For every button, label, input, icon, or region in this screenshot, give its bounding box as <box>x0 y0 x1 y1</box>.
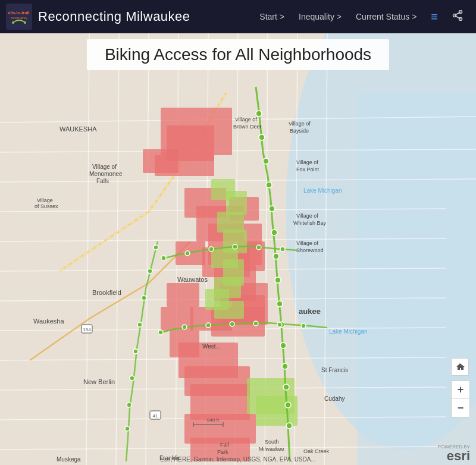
svg-text:Lake Michigan: Lake Michigan <box>329 328 367 335</box>
svg-point-101 <box>133 349 138 354</box>
svg-point-80 <box>282 363 288 369</box>
map-title: Biking Access for All Neighborhoods <box>105 45 371 64</box>
svg-text:New Berlin: New Berlin <box>83 378 115 385</box>
svg-text:Brown Deer: Brown Deer <box>233 124 262 130</box>
svg-point-89 <box>277 322 282 327</box>
esri-brand: esri <box>447 450 470 463</box>
svg-text:Waukesha: Waukesha <box>33 318 64 325</box>
nav-inequality[interactable]: Inequality > <box>292 7 349 26</box>
svg-text:Village of: Village of <box>235 117 257 122</box>
svg-text:Park: Park <box>217 449 228 455</box>
svg-point-74 <box>271 230 277 235</box>
svg-text:164: 164 <box>83 327 91 332</box>
svg-point-94 <box>233 244 237 249</box>
svg-rect-54 <box>176 241 205 265</box>
svg-text:Milwaukee: Milwaukee <box>259 446 284 452</box>
svg-point-4 <box>24 21 26 24</box>
svg-point-97 <box>154 245 158 250</box>
svg-point-92 <box>185 251 190 256</box>
svg-point-76 <box>275 277 281 283</box>
svg-rect-55 <box>167 283 199 307</box>
svg-point-85 <box>182 325 187 329</box>
svg-point-75 <box>273 253 279 259</box>
map-title-overlay: Biking Access for All Neighborhoods <box>87 39 389 70</box>
svg-point-71 <box>263 158 269 164</box>
svg-point-93 <box>209 247 214 252</box>
svg-point-70 <box>259 134 265 140</box>
zoom-out-button[interactable]: − <box>452 399 469 417</box>
map-background: WAUKESHA Village of Menomonee Falls Vill… <box>0 33 476 465</box>
svg-text:Cudahy: Cudahy <box>324 395 345 402</box>
map-attribution: Esri, HERE, Garmin, Intermap, USGS, NGA,… <box>0 456 476 463</box>
map-container[interactable]: WAUKESHA Village of Menomonee Falls Vill… <box>0 33 476 465</box>
svg-text:Fall: Fall <box>220 442 229 448</box>
zoom-buttons: + − <box>451 381 470 417</box>
svg-rect-66 <box>214 301 244 319</box>
svg-text:840 ft: 840 ft <box>207 417 220 423</box>
svg-text:conservancy: conservancy <box>11 16 28 20</box>
svg-point-82 <box>285 402 291 408</box>
svg-point-100 <box>137 322 142 327</box>
svg-point-103 <box>127 403 131 407</box>
svg-text:Lake Michigan: Lake Michigan <box>303 187 342 194</box>
svg-text:Village of: Village of <box>92 164 117 170</box>
svg-point-99 <box>142 296 146 300</box>
svg-point-79 <box>280 343 286 348</box>
svg-text:Falls: Falls <box>96 178 109 184</box>
svg-text:Village: Village <box>37 197 53 203</box>
svg-rect-60 <box>217 212 244 232</box>
svg-point-88 <box>253 321 258 326</box>
svg-point-84 <box>158 330 163 335</box>
svg-point-104 <box>125 426 130 431</box>
zoom-in-button[interactable]: + <box>452 381 469 399</box>
main-nav: Start > Inequality > Current Status > ≡ <box>252 5 470 29</box>
svg-text:Village of: Village of <box>296 213 318 219</box>
svg-text:Fox Point: Fox Point <box>296 166 320 172</box>
svg-text:rails-to-trails: rails-to-trails <box>8 11 30 15</box>
svg-point-3 <box>12 21 14 24</box>
svg-text:South: South <box>265 439 279 445</box>
svg-point-91 <box>161 256 166 260</box>
svg-text:Bayside: Bayside <box>290 128 309 134</box>
logo-area: rails-to-trails conservancy Reconnecting… <box>6 4 190 30</box>
svg-point-83 <box>286 423 292 429</box>
svg-text:aukee: aukee <box>299 307 321 316</box>
app-title: Reconnecting Milwaukee <box>38 9 190 24</box>
svg-rect-57 <box>170 331 199 357</box>
rails-to-trails-logo: rails-to-trails conservancy <box>6 4 32 30</box>
esri-logo: POWERED BY esri <box>438 444 470 463</box>
share-icon[interactable] <box>445 5 470 28</box>
nav-start[interactable]: Start > <box>252 7 292 26</box>
header: rails-to-trails conservancy Reconnecting… <box>0 0 476 33</box>
svg-text:Brookfield: Brookfield <box>92 289 121 296</box>
svg-text:of Sussex: of Sussex <box>35 203 58 209</box>
svg-text:WAUKESHA: WAUKESHA <box>60 125 97 133</box>
svg-text:Village of: Village of <box>296 159 318 165</box>
svg-text:West...: West... <box>202 343 221 350</box>
svg-rect-37 <box>155 155 214 176</box>
svg-text:Shorewood: Shorewood <box>296 247 324 253</box>
svg-point-87 <box>230 322 234 326</box>
svg-point-96 <box>280 247 285 252</box>
home-button[interactable] <box>451 358 469 376</box>
svg-point-73 <box>269 206 275 212</box>
svg-line-8 <box>455 12 461 15</box>
grid-view-icon[interactable]: ≡ <box>424 5 445 29</box>
svg-text:St Francis: St Francis <box>321 367 348 373</box>
svg-text:Wauwatos: Wauwatos <box>177 276 208 283</box>
svg-text:Oak Creek: Oak Creek <box>303 448 330 454</box>
svg-rect-59 <box>226 191 247 215</box>
svg-text:Village of: Village of <box>296 240 318 246</box>
svg-point-72 <box>266 182 272 188</box>
svg-point-95 <box>256 245 261 250</box>
svg-point-77 <box>277 301 283 307</box>
svg-text:Menomonee: Menomonee <box>89 171 123 177</box>
svg-text:41: 41 <box>153 413 158 419</box>
zoom-controls-group: + − <box>451 358 470 417</box>
svg-text:Village of: Village of <box>289 121 311 127</box>
svg-point-86 <box>206 323 211 328</box>
svg-point-98 <box>148 269 152 274</box>
svg-text:Whitefish Bay: Whitefish Bay <box>293 220 327 226</box>
svg-point-90 <box>301 323 306 328</box>
nav-current-status[interactable]: Current Status > <box>349 7 424 26</box>
